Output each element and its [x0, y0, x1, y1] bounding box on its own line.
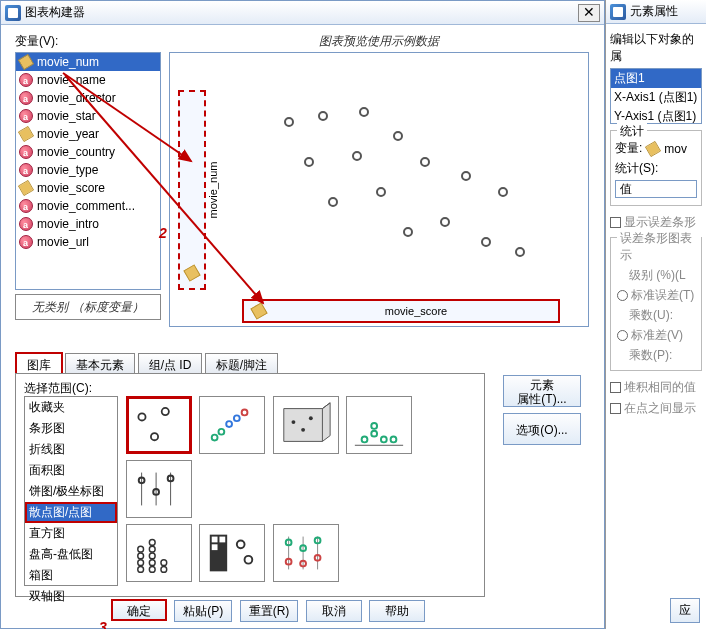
svg-point-18 [381, 437, 387, 443]
sd-radio[interactable] [617, 330, 628, 341]
close-icon[interactable]: ✕ [578, 4, 600, 22]
element-properties-button[interactable]: 元素 属性(T)... [503, 375, 581, 407]
svg-point-5 [151, 433, 158, 440]
error-bars-header: 误差条形图表示 [617, 230, 701, 264]
chart-builder-window: 图表构建器 ✕ 变量(V): movie_nummovie_namemovie_… [0, 0, 605, 629]
variable-row[interactable]: movie_num [16, 53, 160, 71]
variable-row[interactable]: movie_score [16, 179, 160, 197]
help-button[interactable]: 帮助 [369, 600, 425, 622]
svg-point-4 [162, 408, 169, 415]
gallery-item[interactable]: 双轴图 [25, 586, 117, 607]
svg-point-12 [301, 428, 305, 432]
show-error-bars-checkbox[interactable] [610, 217, 621, 228]
nominal-icon [19, 235, 33, 249]
data-point [393, 131, 403, 141]
nominal-icon [19, 109, 33, 123]
ruler-icon [250, 302, 267, 319]
ok-button[interactable]: 确定 [111, 599, 167, 621]
nominal-icon [19, 145, 33, 159]
edit-object-label: 编辑以下对象的属 [610, 31, 702, 65]
gallery-item[interactable]: 收藏夹 [25, 397, 117, 418]
thumb-matrix-scatter[interactable] [273, 396, 339, 454]
nominal-icon [19, 217, 33, 231]
svg-point-31 [149, 560, 155, 566]
svg-point-34 [149, 539, 155, 545]
preview-title: 图表预览使用示例数据 [169, 33, 589, 50]
gallery-item[interactable]: 盘高-盘低图 [25, 544, 117, 565]
ruler-icon [18, 126, 34, 142]
variable-row[interactable]: movie_country [16, 143, 160, 161]
ruler-icon [183, 264, 200, 281]
gallery-item[interactable]: 条形图 [25, 418, 117, 439]
svg-point-8 [227, 421, 233, 427]
options-button[interactable]: 选项(O)... [503, 413, 581, 445]
variable-row[interactable]: movie_url [16, 233, 160, 251]
gallery-item[interactable]: 面积图 [25, 460, 117, 481]
thumb-drop-color[interactable] [273, 524, 339, 582]
variable-row[interactable]: movie_director [16, 89, 160, 107]
ruler-icon [645, 140, 661, 156]
variables-label: 变量(V): [15, 33, 161, 50]
gallery-label: 选择范围(C): [24, 380, 92, 397]
variable-row[interactable]: movie_year [16, 125, 160, 143]
svg-point-13 [309, 416, 313, 420]
thumb-drop-line[interactable] [126, 460, 192, 518]
svg-point-17 [371, 423, 377, 429]
thumb-dot-simple[interactable] [346, 396, 412, 454]
list-item[interactable]: Y-Axis1 (点图1) [611, 107, 701, 124]
paste-button[interactable]: 粘贴(P) [174, 600, 232, 622]
list-item[interactable]: X-Axis1 (点图1) [611, 88, 701, 107]
svg-point-33 [149, 546, 155, 552]
data-point [284, 117, 294, 127]
gallery-item[interactable]: 折线图 [25, 439, 117, 460]
gallery-item[interactable]: 散点图/点图 [25, 502, 117, 523]
annotation-2: 2 [159, 225, 167, 241]
variable-row[interactable]: movie_type [16, 161, 160, 179]
gallery-item[interactable]: 直方图 [25, 523, 117, 544]
element-properties-panel: 元素属性 编辑以下对象的属 点图1 X-Axis1 (点图1) Y-Axis1 … [605, 0, 706, 629]
chart-thumbnails [126, 396, 484, 588]
apply-button[interactable]: 应 [670, 598, 700, 623]
statistic-select[interactable]: 值 [615, 180, 697, 198]
cancel-button[interactable]: 取消 [306, 600, 362, 622]
dialog-buttons: 确定 粘贴(P) 重置(R) 取消 帮助 [111, 599, 429, 622]
gallery-item[interactable]: 箱图 [25, 565, 117, 586]
variable-row[interactable]: movie_name [16, 71, 160, 89]
reset-button[interactable]: 重置(R) [240, 600, 299, 622]
x-axis-dropzone[interactable]: movie_score [242, 299, 560, 323]
y-axis-dropzone[interactable]: movie_num [178, 90, 206, 290]
titlebar: 图表构建器 ✕ [1, 1, 604, 25]
gallery-item[interactable]: 饼图/极坐标图 [25, 481, 117, 502]
thumb-grouped-scatter[interactable] [199, 396, 265, 454]
thumb-simple-scatter[interactable] [126, 396, 192, 454]
svg-point-16 [371, 431, 377, 437]
svg-point-10 [242, 410, 248, 416]
svg-point-27 [138, 560, 144, 566]
data-point [403, 227, 413, 237]
svg-point-30 [149, 567, 155, 573]
variable-row[interactable]: movie_star [16, 107, 160, 125]
app-icon [5, 5, 21, 21]
variable-label: 变量: [615, 140, 642, 157]
svg-rect-40 [212, 544, 218, 550]
x-axis-field: movie_score [274, 305, 558, 317]
thumb-summary-dot[interactable] [199, 524, 265, 582]
list-item[interactable]: 点图1 [611, 69, 701, 88]
variable-row[interactable]: movie_intro [16, 215, 160, 233]
svg-point-28 [138, 553, 144, 559]
gallery-type-list[interactable]: 收藏夹条形图折线图面积图饼图/极坐标图散点图/点图直方图盘高-盘低图箱图双轴图 [24, 396, 118, 586]
variable-row[interactable]: movie_comment... [16, 197, 160, 215]
object-list[interactable]: 点图1 X-Axis1 (点图1) Y-Axis1 (点图1) [610, 68, 702, 124]
data-point [481, 237, 491, 247]
svg-point-3 [138, 413, 145, 420]
svg-point-41 [237, 540, 245, 548]
se-radio[interactable] [617, 290, 628, 301]
variables-list[interactable]: movie_nummovie_namemovie_directormovie_s… [15, 52, 161, 290]
show-points-checkbox[interactable] [610, 403, 621, 414]
show-error-bars-label: 显示误差条形 [624, 215, 696, 229]
svg-point-29 [138, 546, 144, 552]
stack-checkbox[interactable] [610, 382, 621, 393]
thumb-dot-stacked[interactable] [126, 524, 192, 582]
preview-canvas[interactable]: movie_num movie_score [169, 52, 589, 327]
data-point [440, 217, 450, 227]
